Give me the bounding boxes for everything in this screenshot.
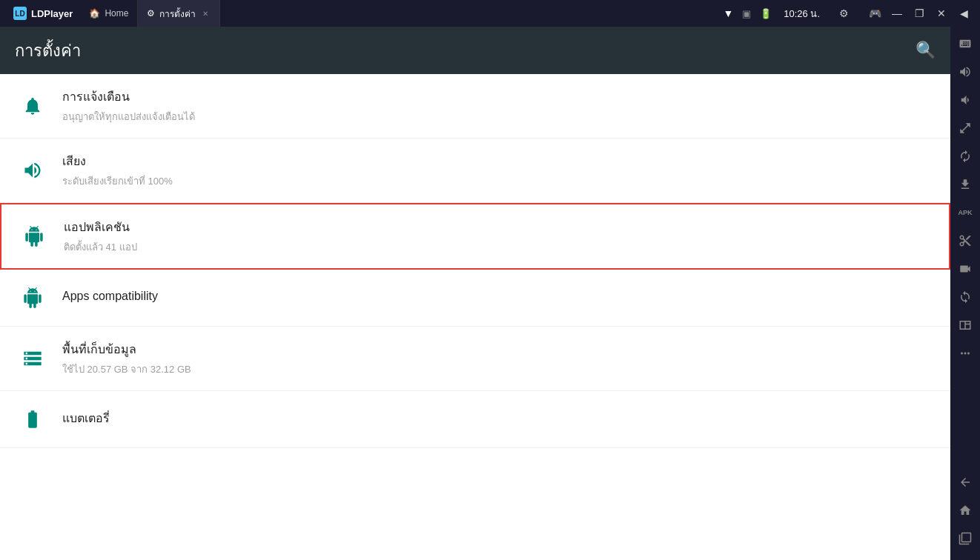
battery-title: แบตเตอรี่ — [62, 409, 933, 427]
apps-compat-title: Apps compatibility — [62, 290, 933, 303]
settings-item-storage[interactable]: พื้นที่เก็บข้อมูล ใช้ไป 20.57 GB จาก 32.… — [0, 327, 950, 391]
settings-item-notifications[interactable]: การแจ้งเตือน อนุญาตให้ทุกแอปส่งแจ้งเตือน… — [0, 74, 950, 139]
sidebar-bottom — [953, 470, 978, 556]
back-icon[interactable] — [953, 470, 978, 495]
apps-title: แอปพลิเคชัน — [64, 218, 931, 236]
settings-tab-icon: ⚙ — [147, 8, 155, 19]
main-area: การตั้งค่า 🔍 การแจ้งเตือน อนุญาตให้ทุกแอ… — [0, 27, 980, 560]
settings-title: การตั้งค่า — [15, 38, 81, 64]
settings-list: การแจ้งเตือน อนุญาตให้ทุกแอปส่งแจ้งเตือน… — [0, 74, 950, 560]
volume-up-icon[interactable] — [953, 59, 978, 84]
window-controls: 🎮 — ❐ ✕ ◀ — [864, 3, 974, 24]
storage-icon — [18, 344, 47, 373]
apps-subtitle: ติดตั้งแล้ว 41 แอป — [64, 239, 931, 255]
notification-icon — [18, 91, 47, 121]
apps-compat-text: Apps compatibility — [62, 290, 933, 306]
tab-home-label: Home — [105, 8, 128, 19]
notification-title: การแจ้งเตือน — [62, 87, 933, 106]
restore-button[interactable]: ❐ — [909, 3, 930, 24]
storage-text: พื้นที่เก็บข้อมูล ใช้ไป 20.57 GB จาก 32.… — [62, 340, 933, 377]
rotate-icon[interactable] — [953, 144, 978, 169]
system-status: ▼ ▣ 🔋 10:26 น. — [723, 6, 820, 21]
battery-icon: 🔋 — [760, 8, 772, 19]
multi-window-icon[interactable] — [953, 313, 978, 338]
apps-compat-icon — [18, 283, 47, 313]
settings-item-sound[interactable]: เสียง ระดับเสียงเรียกเข้าที่ 100% — [0, 139, 950, 203]
sound-text: เสียง ระดับเสียงเรียกเข้าที่ 100% — [62, 152, 933, 189]
close-button[interactable]: ✕ — [931, 3, 952, 24]
app-logo: LD LDPlayer — [6, 7, 80, 20]
gamepad-icon[interactable]: 🎮 — [864, 3, 885, 24]
right-sidebar: APK — [950, 27, 980, 560]
apps-icon — [19, 221, 49, 251]
sound-title: เสียง — [62, 152, 933, 170]
recent-apps-icon[interactable] — [953, 526, 978, 551]
time-display: 10:26 น. — [784, 6, 820, 21]
volume-down-icon[interactable] — [953, 87, 978, 113]
titlebar: LD LDPlayer 🏠 Home ⚙ การตั้งค่า ✕ ▼ ▣ 🔋 … — [0, 0, 980, 27]
settings-header: การตั้งค่า 🔍 — [0, 27, 950, 74]
tab-settings[interactable]: ⚙ การตั้งค่า ✕ — [138, 0, 220, 27]
battery-settings-icon — [18, 404, 47, 434]
titlebar-left: LD LDPlayer 🏠 Home ⚙ การตั้งค่า ✕ — [6, 0, 220, 27]
battery-text: แบตเตอรี่ — [62, 409, 933, 430]
tab-close-button[interactable]: ✕ — [200, 8, 211, 19]
download-icon[interactable] — [953, 172, 978, 197]
scissors-icon[interactable] — [953, 228, 978, 253]
tab-home[interactable]: 🏠 Home — [80, 0, 138, 27]
titlebar-right: ▼ ▣ 🔋 10:26 น. ⚙ 🎮 — ❐ ✕ ◀ — [723, 3, 974, 24]
apk-icon[interactable]: APK — [953, 200, 978, 225]
logo-text: LDPlayer — [31, 8, 73, 19]
search-icon[interactable]: 🔍 — [916, 41, 936, 60]
logo-icon: LD — [13, 7, 27, 20]
signal-icon: ▣ — [742, 8, 751, 19]
sync-icon[interactable] — [953, 284, 978, 310]
storage-title: พื้นที่เก็บข้อมูล — [62, 340, 933, 359]
keyboard-icon[interactable] — [953, 31, 978, 56]
settings-item-battery[interactable]: แบตเตอรี่ — [0, 391, 950, 448]
storage-subtitle: ใช้ไป 20.57 GB จาก 32.12 GB — [62, 361, 933, 377]
sound-subtitle: ระดับเสียงเรียกเข้าที่ 100% — [62, 173, 933, 189]
wifi-icon: ▼ — [723, 7, 733, 19]
settings-item-apps-compat[interactable]: Apps compatibility — [0, 270, 950, 327]
tab-settings-label: การตั้งค่า — [159, 7, 196, 21]
apps-text: แอปพลิเคชัน ติดตั้งแล้ว 41 แอป — [64, 218, 931, 255]
home-tab-icon: 🏠 — [89, 8, 100, 19]
more-options-icon[interactable] — [953, 341, 978, 366]
settings-panel: การตั้งค่า 🔍 การแจ้งเตือน อนุญาตให้ทุกแอ… — [0, 27, 950, 560]
resize-icon[interactable] — [953, 116, 978, 141]
notification-text: การแจ้งเตือน อนุญาตให้ทุกแอปส่งแจ้งเตือน… — [62, 87, 933, 124]
home-nav-icon[interactable] — [953, 498, 978, 523]
back-nav-button[interactable]: ◀ — [953, 3, 974, 24]
sound-icon — [18, 156, 47, 185]
settings-gear-icon[interactable]: ⚙ — [835, 4, 852, 22]
minimize-button[interactable]: — — [887, 3, 907, 24]
settings-item-apps[interactable]: แอปพลิเคชัน ติดตั้งแล้ว 41 แอป — [0, 203, 950, 270]
video-icon[interactable] — [953, 256, 978, 281]
notification-subtitle: อนุญาตให้ทุกแอปส่งแจ้งเตือนได้ — [62, 109, 933, 124]
